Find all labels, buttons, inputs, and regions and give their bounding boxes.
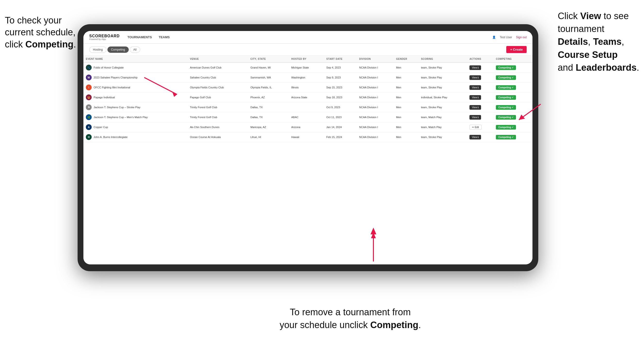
event-name-cell: ⚑ Jackson T. Stephens Cup – Stroke Play (84, 102, 188, 112)
hosted-by-cell: ABAC (289, 112, 324, 122)
actions-cell: View ℹ (467, 93, 494, 102)
edit-button[interactable]: ✏ Edit (470, 125, 482, 130)
scoring-cell: team, Stroke Play (418, 73, 467, 83)
table-container: EVENT NAME VENUE CITY, STATE HOSTED BY S… (84, 56, 532, 264)
hosted-by-cell: Hawaii (289, 132, 324, 142)
gender-cell: Men (394, 73, 419, 83)
venue-cell: Olympia Fields Country Club (188, 83, 248, 93)
hosted-by-cell (289, 102, 324, 112)
table-row: H John A. Burns Intercollegiate Ocean Co… (84, 132, 532, 142)
competing-button[interactable]: Competing ✓ (496, 135, 516, 140)
tournaments-table: EVENT NAME VENUE CITY, STATE HOSTED BY S… (84, 56, 532, 142)
nav-teams[interactable]: TEAMS (158, 34, 170, 40)
tablet-frame: SCOREBOARD Powered by clipp TOURNAMENTS … (78, 24, 538, 271)
competing-cell: Competing ✓ (494, 102, 532, 112)
city-cell: Dallas, TX (248, 112, 289, 122)
view-button[interactable]: View ℹ (470, 65, 481, 70)
filter-competing[interactable]: Competing (108, 46, 129, 53)
table-row: ⚑ Jackson T. Stephens Cup – Stroke Play … (84, 102, 532, 112)
team-logo: 🌿 (86, 114, 92, 120)
start-date-cell: Oct 11, 2023 (324, 112, 357, 122)
view-button[interactable]: View ℹ (470, 105, 481, 110)
actions-cell: View ℹ (467, 83, 494, 93)
event-name-cell: 🐾 Folds of Honor Collegiate (84, 62, 188, 73)
col-gender: GENDER (394, 56, 419, 62)
view-button[interactable]: View ℹ (470, 85, 481, 90)
team-logo: H (86, 134, 92, 140)
start-date-cell: Sep 15, 2023 (324, 83, 357, 93)
annotation-bottom: To remove a tournament from your schedul… (280, 306, 421, 332)
event-name: Papago Individual (94, 96, 115, 99)
start-date-cell: Sep 18, 2023 (324, 93, 357, 102)
table-row: I OFCC Fighting Illini Invitational Olym… (84, 83, 532, 93)
tablet-screen: SCOREBOARD Powered by clipp TOURNAMENTS … (84, 31, 532, 264)
team-logo: I (86, 84, 92, 90)
filter-bar: Hosting Competing All + Create (84, 44, 532, 56)
competing-button[interactable]: Competing ✓ (496, 75, 516, 80)
division-cell: NCAA Division I (357, 112, 394, 122)
scoring-cell: team, Match Play (418, 122, 467, 132)
col-hosted-by: HOSTED BY (289, 56, 324, 62)
col-venue: VENUE (188, 56, 248, 62)
competing-button[interactable]: Competing ✓ (496, 105, 516, 110)
division-cell: NCAA Division I (357, 83, 394, 93)
event-name: Jackson T. Stephens Cup – Stroke Play (94, 106, 140, 109)
filter-hosting[interactable]: Hosting (89, 46, 106, 53)
gender-cell: Men (394, 93, 419, 102)
create-button[interactable]: + Create (506, 46, 527, 53)
city-cell: Maricopa, AZ (248, 122, 289, 132)
actions-cell: View ℹ (467, 132, 494, 142)
division-cell: NCAA Division I (357, 102, 394, 112)
filter-all[interactable]: All (130, 46, 140, 53)
gender-cell: Men (394, 132, 419, 142)
competing-button[interactable]: Competing ✓ (496, 115, 516, 120)
team-logo: A (86, 124, 92, 130)
view-button[interactable]: View ℹ (470, 135, 481, 140)
event-name: OFCC Fighting Illini Invitational (94, 86, 130, 89)
team-logo: W (86, 75, 92, 80)
table-row: 🌿 Jackson T. Stephens Cup – Men's Match … (84, 112, 532, 122)
start-date-cell: Sep 9, 2023 (324, 73, 357, 83)
competing-button[interactable]: Competing ✓ (496, 95, 516, 100)
nav-tournaments[interactable]: TOURNAMENTS (128, 34, 152, 40)
hosted-by-cell: Illinois (289, 83, 324, 93)
actions-cell: ✏ Edit (467, 122, 494, 132)
actions-cell: View ℹ (467, 112, 494, 122)
team-logo: 🔱 (86, 94, 92, 100)
venue-cell: American Dunes Golf Club (188, 62, 248, 73)
hosted-by-cell: Arizona State (289, 93, 324, 102)
user-icon: 👤 (492, 36, 496, 39)
team-logo: 🐾 (86, 65, 92, 70)
actions-cell: View ℹ (467, 62, 494, 73)
filter-tabs: Hosting Competing All (89, 46, 140, 53)
user-name: Test User (500, 36, 512, 39)
col-division: DIVISION (357, 56, 394, 62)
competing-button[interactable]: Competing ✓ (496, 125, 516, 130)
view-button[interactable]: View ℹ (470, 95, 481, 100)
signout-link[interactable]: Sign out (516, 36, 527, 39)
view-button[interactable]: View ℹ (470, 75, 481, 80)
division-cell: NCAA Division I (357, 132, 394, 142)
city-cell: Sammamish, WA (248, 73, 289, 83)
event-name: 2023 Sahalee Players Championship (94, 76, 138, 79)
event-name-cell: W 2023 Sahalee Players Championship (84, 73, 188, 83)
view-button[interactable]: View ℹ (470, 115, 481, 120)
scoring-cell: team, Stroke Play (418, 102, 467, 112)
actions-cell: View ℹ (467, 102, 494, 112)
table-header-row: EVENT NAME VENUE CITY, STATE HOSTED BY S… (84, 56, 532, 62)
col-event-name: EVENT NAME (84, 56, 188, 62)
scoring-cell: team, Match Play (418, 112, 467, 122)
competing-button[interactable]: Competing ✓ (496, 65, 516, 70)
venue-cell: Trinity Forest Golf Club (188, 112, 248, 122)
col-city: CITY, STATE (248, 56, 289, 62)
annotation-topright: Click View to see tournament Details, Te… (558, 10, 639, 74)
event-name: Folds of Honor Collegiate (94, 66, 124, 69)
venue-cell: Trinity Forest Golf Club (188, 102, 248, 112)
gender-cell: Men (394, 83, 419, 93)
gender-cell: Men (394, 62, 419, 73)
scoring-cell: team, Stroke Play (418, 132, 467, 142)
hosted-by-cell: Washington (289, 73, 324, 83)
col-scoring: SCORING (418, 56, 467, 62)
competing-button[interactable]: Competing ✓ (496, 85, 516, 90)
col-start-date: START DATE (324, 56, 357, 62)
